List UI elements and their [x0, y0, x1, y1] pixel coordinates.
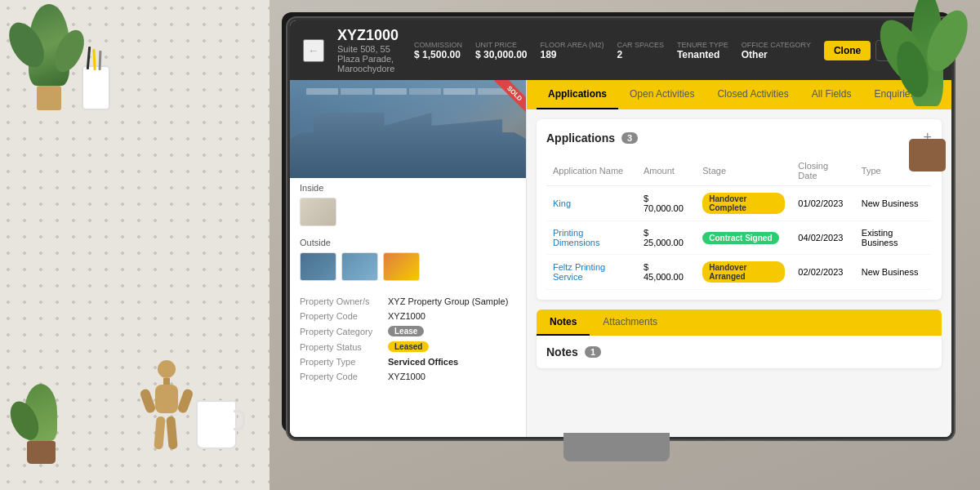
office-category-stat: Office Category Other — [742, 41, 811, 60]
app-amount-cell: $ 70,000.00 — [637, 186, 696, 221]
left-panel: SOLD Inside Outside — [290, 80, 527, 437]
notes-title: Notes 1 — [546, 345, 932, 359]
wooden-mannequin — [155, 360, 178, 449]
category-row: Property Category Lease — [300, 323, 516, 339]
back-button[interactable]: ← — [303, 39, 324, 62]
tab-open-activities[interactable]: Open Activities — [618, 80, 706, 109]
app-stage-cell: Handover Arranged — [696, 255, 791, 290]
applications-card: Applications 3 + Application Name Amount… — [537, 119, 942, 300]
type-row: Property Type Serviced Offices — [300, 354, 516, 369]
applications-table: Application Name Amount Stage Closing Da… — [546, 156, 932, 290]
code-value: XYZ1000 — [388, 311, 425, 321]
app-closing-date-cell: 01/02/2023 — [791, 186, 854, 221]
status-label: Property Status — [300, 342, 381, 352]
outside-thumbnails — [290, 249, 526, 287]
app-name-link[interactable]: Printing Dimensions — [553, 228, 599, 247]
outside-thumb-2[interactable] — [341, 252, 378, 281]
notes-tabs-bar: Notes Attachments — [537, 310, 942, 336]
app-header: ← XYZ1000 Suite 508, 55 Plaza Parade, Ma… — [290, 20, 951, 80]
app-type-cell: New Business — [855, 255, 932, 290]
prop-code-label: Property Code — [300, 372, 381, 381]
prop-code-row: Property Code XYZ1000 — [300, 369, 516, 384]
owner-value: XYZ Property Group (Sample) — [388, 296, 508, 306]
category-badge: Lease — [388, 326, 424, 336]
code-row: Property Code XYZ1000 — [300, 309, 516, 323]
property-details: Property Owner/s XYZ Property Group (Sam… — [290, 287, 526, 390]
owner-label: Property Owner/s — [300, 296, 381, 306]
property-subtitle: Suite 508, 55 Plaza Parade, Maroochydore — [337, 44, 401, 74]
floor-area-stat: Floor Area (m2) 189 — [541, 41, 604, 60]
outside-thumb-1[interactable] — [300, 252, 336, 281]
app-closing-date-cell: 02/02/2023 — [791, 255, 854, 290]
table-row: King $ 70,000.00 Handover Complete 01/02… — [546, 186, 932, 221]
property-title: XYZ1000 — [337, 27, 401, 44]
commission-stat: Commission $ 1,500.00 — [414, 41, 462, 60]
car-spaces-value: 2 — [617, 49, 664, 60]
status-badge: Leased — [388, 341, 429, 352]
office-category-value: Other — [742, 49, 811, 60]
stage-badge: Handover Complete — [702, 193, 785, 214]
floor-area-value: 189 — [541, 49, 604, 60]
notes-area: Notes Attachments Notes 1 — [527, 310, 951, 368]
app-closing-date-cell: 04/02/2023 — [791, 221, 854, 255]
header-stats: Commission $ 1,500.00 Unit Price $ 30,00… — [414, 41, 811, 60]
plant-right — [882, 0, 972, 172]
monitor-screen: ← XYZ1000 Suite 508, 55 Plaza Parade, Ma… — [290, 20, 951, 437]
type-label: Property Type — [300, 357, 381, 367]
table-row: Feltz Printing Service $ 45,000.00 Hando… — [546, 255, 932, 290]
commission-label: Commission — [414, 41, 462, 49]
tab-closed-activities[interactable]: Closed Activities — [706, 80, 800, 109]
property-image-main: SOLD — [290, 80, 526, 178]
pencil-cup — [82, 65, 110, 110]
clone-button[interactable]: Clone — [824, 41, 871, 60]
app-amount-cell: $ 45,000.00 — [637, 255, 696, 290]
app-stage-cell: Contract Signed — [696, 221, 791, 255]
stage-badge: Contract Signed — [702, 232, 778, 244]
col-stage: Stage — [696, 156, 791, 186]
car-spaces-stat: Car Spaces 2 — [617, 41, 664, 60]
status-row: Property Status Leased — [300, 339, 516, 354]
notes-card: Notes 1 — [537, 336, 942, 368]
unit-price-value: $ 30,000.00 — [475, 49, 527, 60]
notes-count: 1 — [585, 346, 601, 358]
tenure-type-label: Tenure Type — [677, 41, 728, 49]
col-app-name: Application Name — [546, 156, 637, 186]
app-name-link[interactable]: King — [553, 198, 571, 208]
inside-thumb-1[interactable] — [300, 198, 336, 226]
col-amount: Amount — [637, 156, 696, 186]
app-name-link[interactable]: Feltz Printing Service — [553, 262, 605, 282]
app-stage-cell: Handover Complete — [696, 186, 791, 221]
app-type-cell: Existing Business — [855, 221, 932, 255]
header-title-section: XYZ1000 Suite 508, 55 Plaza Parade, Maro… — [337, 27, 401, 74]
outside-thumb-3[interactable] — [383, 252, 420, 281]
tenure-type-stat: Tenure Type Tenanted — [677, 41, 728, 60]
app-amount-cell: $ 25,000.00 — [637, 221, 696, 255]
inside-label: Inside — [290, 178, 526, 194]
applications-header: Applications 3 + — [546, 129, 932, 146]
tab-all-fields[interactable]: All Fields — [800, 80, 863, 109]
tenure-type-value: Tenanted — [677, 49, 728, 60]
inside-thumbnails — [290, 194, 526, 233]
monitor-stand — [564, 433, 670, 461]
commission-value: $ 1,500.00 — [414, 49, 462, 60]
tab-attachments[interactable]: Attachments — [590, 310, 670, 336]
app-type-cell: New Business — [855, 186, 932, 221]
app-name-cell: Printing Dimensions — [546, 221, 637, 255]
app-body: SOLD Inside Outside — [290, 80, 951, 437]
applications-title: Applications 3 — [546, 131, 638, 145]
tab-notes[interactable]: Notes — [537, 310, 590, 336]
floor-area-label: Floor Area (m2) — [541, 41, 604, 49]
outside-label: Outside — [290, 233, 526, 249]
applications-count: 3 — [621, 132, 638, 144]
plant-left — [12, 4, 86, 127]
unit-price-label: Unit Price — [475, 41, 527, 49]
monitor: ← XYZ1000 Suite 508, 55 Plaza Parade, Ma… — [278, 8, 956, 466]
prop-code-value: XYZ1000 — [388, 372, 425, 381]
app-name-cell: King — [546, 186, 637, 221]
car-spaces-label: Car Spaces — [617, 41, 664, 49]
tab-applications[interactable]: Applications — [537, 80, 618, 109]
unit-price-stat: Unit Price $ 30,000.00 — [475, 41, 527, 60]
type-value: Serviced Offices — [388, 357, 458, 367]
col-closing-date: Closing Date — [791, 156, 854, 186]
plant-bottom — [12, 384, 69, 466]
